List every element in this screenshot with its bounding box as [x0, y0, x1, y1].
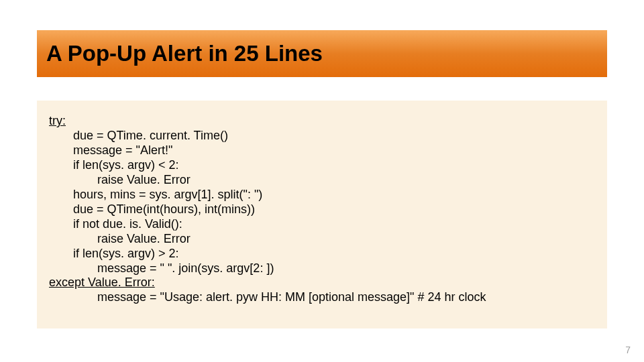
code-line: raise Value. Error	[97, 173, 595, 188]
slide: A Pop-Up Alert in 25 Lines try: due = QT…	[0, 0, 644, 362]
code-line: message = "Alert!"	[73, 143, 595, 158]
code-line: message = "Usage: alert. pyw HH: MM [opt…	[97, 290, 595, 305]
code-line: message = " ". join(sys. argv[2: ])	[97, 261, 595, 276]
code-try: try:	[49, 114, 595, 129]
page-number: 7	[625, 345, 631, 355]
title-bar: A Pop-Up Alert in 25 Lines	[37, 30, 607, 77]
code-line: due = QTime. current. Time()	[73, 129, 595, 143]
code-line: hours, mins = sys. argv[1]. split(": ")	[73, 188, 595, 202]
code-block: try: due = QTime. current. Time() messag…	[37, 101, 607, 328]
code-line: raise Value. Error	[97, 232, 595, 247]
code-line: due = QTime(int(hours), int(mins))	[73, 202, 595, 217]
code-line: if len(sys. argv) < 2:	[73, 158, 595, 173]
code-line: if len(sys. argv) > 2:	[73, 247, 595, 261]
code-except: except Value. Error:	[49, 276, 595, 290]
slide-title: A Pop-Up Alert in 25 Lines	[46, 41, 323, 66]
code-line: if not due. is. Valid():	[73, 217, 595, 232]
